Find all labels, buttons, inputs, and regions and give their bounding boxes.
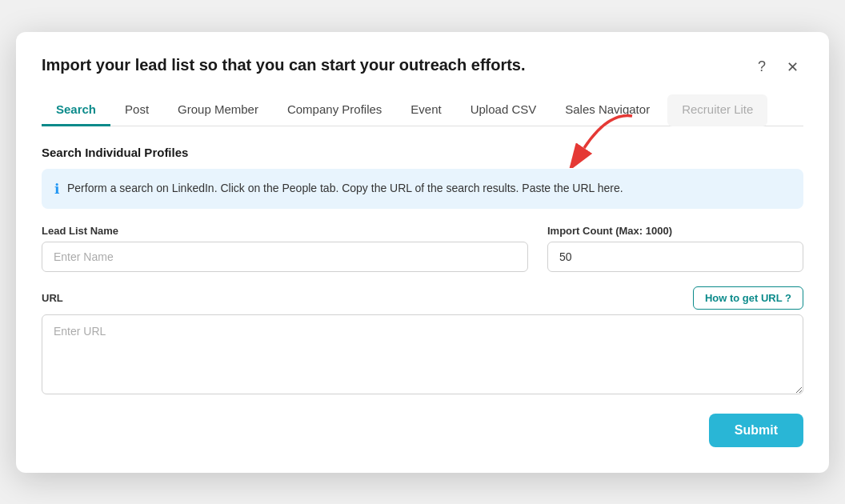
help-button[interactable]: ?	[751, 56, 773, 78]
url-label: URL	[42, 292, 63, 304]
import-count-input[interactable]	[547, 242, 803, 272]
tab-upload-csv[interactable]: Upload CSV	[456, 94, 551, 126]
import-modal: Import your lead list so that you can st…	[16, 32, 829, 473]
modal-title: Import your lead list so that you can st…	[42, 54, 526, 75]
section-title: Search Individual Profiles	[42, 146, 803, 159]
how-to-url-label: How to get URL ?	[705, 292, 791, 304]
url-textarea[interactable]	[42, 314, 803, 394]
lead-list-name-group: Lead List Name	[42, 225, 528, 272]
tab-event[interactable]: Event	[396, 94, 455, 126]
how-to-url-button[interactable]: How to get URL ?	[693, 286, 803, 310]
import-count-label: Import Count (Max: 1000)	[547, 225, 803, 237]
tab-group-member[interactable]: Group Member	[163, 94, 273, 126]
tabs-bar: Search Post Group Member Company Profile…	[42, 94, 803, 126]
close-icon: ✕	[787, 58, 799, 76]
tab-recruiter-lite: Recruiter Lite	[667, 94, 767, 126]
tab-post[interactable]: Post	[110, 94, 163, 126]
header-icons: ? ✕	[751, 56, 803, 78]
modal-header: Import your lead list so that you can st…	[42, 54, 803, 78]
info-text: Perform a search on LinkedIn. Click on t…	[67, 180, 623, 197]
tab-company-profiles[interactable]: Company Profiles	[273, 94, 396, 126]
help-icon: ?	[758, 58, 766, 75]
tab-sales-navigator[interactable]: Sales Navigator	[551, 94, 664, 126]
lead-list-name-label: Lead List Name	[42, 225, 528, 237]
tab-search[interactable]: Search	[42, 94, 110, 126]
close-button[interactable]: ✕	[781, 56, 803, 78]
modal-footer: Submit	[42, 414, 803, 447]
lead-list-name-input[interactable]	[42, 242, 528, 272]
info-icon: ℹ	[54, 181, 59, 198]
submit-button[interactable]: Submit	[709, 414, 803, 447]
info-banner: ℹ Perform a search on LinkedIn. Click on…	[42, 169, 803, 209]
import-count-group: Import Count (Max: 1000)	[547, 225, 803, 272]
name-count-row: Lead List Name Import Count (Max: 1000)	[42, 225, 803, 272]
url-row-header: URL How to get URL ?	[42, 286, 803, 310]
